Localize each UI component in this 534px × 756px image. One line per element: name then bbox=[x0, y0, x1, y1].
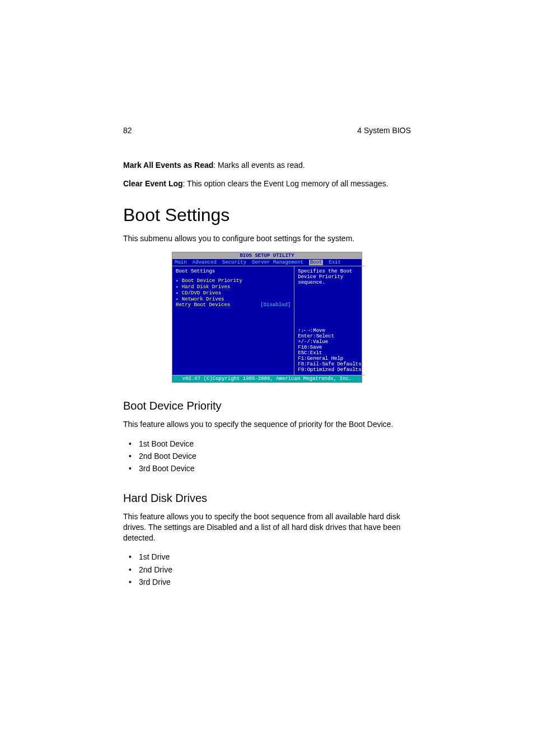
bios-item-network: ▸ Network Drives bbox=[176, 296, 291, 302]
header-section: 4 System BIOS bbox=[357, 126, 411, 135]
bios-title-bar: BIOS SETUP UTILITY bbox=[172, 252, 362, 259]
list-item: 2nd Drive bbox=[123, 564, 411, 576]
bios-menu-exit: Exit bbox=[329, 260, 341, 265]
clear-log-rest: : This option clears the Event Log memor… bbox=[183, 179, 388, 188]
list-item: 3rd Boot Device bbox=[123, 462, 411, 475]
mark-events-rest: : Marks all events as read. bbox=[213, 161, 305, 170]
list-item: 2nd Boot Device bbox=[123, 450, 411, 462]
page-number: 82 bbox=[123, 126, 132, 135]
bios-menu-server-management: Server Management bbox=[252, 260, 303, 265]
bios-item-cddvd: ▸ CD/DVD Drives bbox=[176, 290, 291, 296]
boot-settings-title: Boot Settings bbox=[123, 205, 411, 226]
bios-menu-boot: Boot bbox=[309, 260, 324, 265]
bios-item-boot-priority: ▸ Boot Device Priority bbox=[176, 278, 291, 284]
bios-key-help: F1:General Help bbox=[298, 356, 361, 361]
bios-left-heading: Boot Settings bbox=[176, 269, 291, 274]
bios-key-select: Enter:Select bbox=[298, 334, 361, 339]
boot-device-priority-intro: This feature allows you to specify the s… bbox=[123, 419, 411, 430]
mark-events-paragraph: Mark All Events as Read: Marks all event… bbox=[123, 160, 411, 171]
bios-key-move: ↑↓←→:Move bbox=[298, 328, 361, 334]
boot-device-priority-title: Boot Device Priority bbox=[123, 400, 411, 412]
list-item: 3rd Drive bbox=[123, 576, 411, 588]
bios-footer: v02.67 (C)Copyright 1985-2009, American … bbox=[172, 375, 362, 382]
bios-menu-security: Security bbox=[222, 260, 246, 265]
clear-log-bold: Clear Event Log bbox=[123, 179, 183, 188]
list-item: 1st Boot Device bbox=[123, 438, 411, 450]
bios-menu-main: Main bbox=[175, 260, 187, 265]
bios-key-exit: ESC:Exit bbox=[298, 350, 361, 356]
bios-key-optimized: F9:Optimized Defaults bbox=[298, 367, 361, 373]
mark-events-bold: Mark All Events as Read bbox=[123, 161, 213, 170]
bios-right-panel: Specifies the Boot Device Priority seque… bbox=[294, 266, 364, 375]
boot-settings-intro: This submenu allows you to configure boo… bbox=[123, 233, 411, 244]
bios-menu-advanced: Advanced bbox=[193, 260, 217, 265]
bios-item-hdd: ▸ Hard Disk Drives bbox=[176, 284, 291, 290]
clear-log-paragraph: Clear Event Log: This option clears the … bbox=[123, 179, 411, 189]
boot-device-priority-list: 1st Boot Device 2nd Boot Device 3rd Boot… bbox=[123, 438, 411, 475]
bios-menu-bar: Main Advanced Security Server Management… bbox=[172, 259, 362, 266]
hard-disk-drives-list: 1st Drive 2nd Drive 3rd Drive bbox=[123, 551, 411, 588]
hard-disk-drives-title: Hard Disk Drives bbox=[123, 492, 411, 505]
hard-disk-drives-intro: This feature allows you to specify the b… bbox=[123, 511, 411, 543]
bios-body: Boot Settings ▸ Boot Device Priority ▸ H… bbox=[172, 266, 362, 375]
bios-key-help: ↑↓←→:Move Enter:Select +/-/:Value F10:Sa… bbox=[298, 328, 361, 373]
bios-item-retry: Retry Boot Devices [Disabled] bbox=[176, 302, 291, 308]
bios-key-failsafe: F8:Fail-Safe Defaults bbox=[298, 361, 361, 367]
bios-key-save: F10:Save bbox=[298, 345, 361, 350]
bios-help-text: Specifies the Boot Device Priority seque… bbox=[298, 269, 361, 285]
page-content: 82 4 System BIOS Mark All Events as Read… bbox=[0, 0, 534, 589]
bios-left-panel: Boot Settings ▸ Boot Device Priority ▸ H… bbox=[172, 266, 294, 375]
bios-screenshot: BIOS SETUP UTILITY Main Advanced Securit… bbox=[172, 252, 362, 383]
list-item: 1st Drive bbox=[123, 551, 411, 563]
page-header: 82 4 System BIOS bbox=[123, 126, 411, 135]
bios-key-value: +/-/:Value bbox=[298, 339, 361, 345]
